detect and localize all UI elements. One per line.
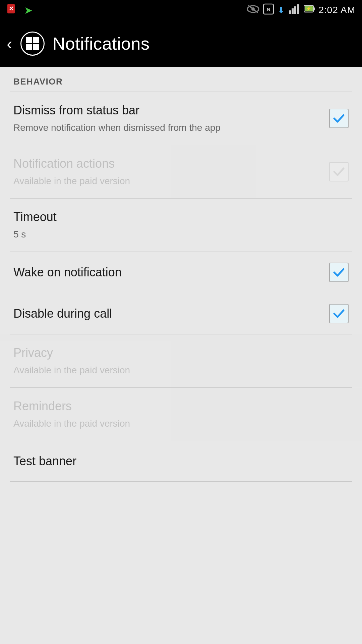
app-icon xyxy=(20,32,45,56)
svg-rect-8 xyxy=(292,8,294,14)
setting-title-notif-actions: Notification actions xyxy=(13,156,319,172)
section-header-behavior: BEHAVIOR xyxy=(0,67,362,92)
setting-subtitle-timeout: 5 s xyxy=(13,228,339,241)
avd-icon: ✕ xyxy=(7,3,20,17)
download-icon: ⬇ xyxy=(278,5,285,15)
setting-title-wake: Wake on notification xyxy=(13,265,319,280)
setting-title-dismiss: Dismiss from status bar xyxy=(13,103,319,118)
status-bar-left-icons: ✕ ➤ xyxy=(7,3,33,17)
setting-reminders: Reminders Available in the paid version xyxy=(0,388,362,441)
checkbox-disable-call[interactable] xyxy=(329,304,349,323)
status-bar-right-icons: N ⬇ ⚡ 2:02 AM xyxy=(247,3,355,17)
setting-text-timeout: Timeout 5 s xyxy=(13,209,349,241)
svg-text:✕: ✕ xyxy=(9,5,14,12)
back-button[interactable]: ‹ xyxy=(7,34,12,53)
svg-rect-16 xyxy=(33,37,39,43)
divider-8 xyxy=(10,481,352,482)
battery-icon: ⚡ xyxy=(304,4,315,17)
svg-rect-17 xyxy=(26,44,32,50)
setting-disable-during-call[interactable]: Disable during call xyxy=(0,293,362,334)
svg-rect-9 xyxy=(294,6,296,14)
setting-text-wake: Wake on notification xyxy=(13,265,329,280)
setting-timeout[interactable]: Timeout 5 s xyxy=(0,199,362,252)
svg-rect-18 xyxy=(33,44,39,50)
status-bar: ✕ ➤ N ⬇ xyxy=(0,0,362,20)
setting-title-privacy: Privacy xyxy=(13,345,339,361)
app-bar: ‹ Notifications xyxy=(0,20,362,67)
setting-title-reminders: Reminders xyxy=(13,398,339,414)
eye-icon xyxy=(247,4,259,16)
setting-subtitle-privacy: Available in the paid version xyxy=(13,364,339,377)
svg-text:⚡: ⚡ xyxy=(306,6,312,11)
svg-rect-10 xyxy=(297,4,299,14)
setting-notification-actions: Notification actions Available in the pa… xyxy=(0,145,362,198)
setting-text-dismiss: Dismiss from status bar Remove notificat… xyxy=(13,103,329,134)
svg-text:N: N xyxy=(267,7,270,12)
green-arrow-icon: ➤ xyxy=(24,4,33,16)
setting-title-disable-call: Disable during call xyxy=(13,306,319,322)
checkbox-notif-actions xyxy=(329,162,349,181)
checkbox-dismiss[interactable] xyxy=(329,109,349,128)
setting-dismiss-from-status-bar[interactable]: Dismiss from status bar Remove notificat… xyxy=(0,92,362,145)
setting-test-banner[interactable]: Test banner xyxy=(0,441,362,481)
setting-text-test-banner: Test banner xyxy=(13,453,349,469)
setting-subtitle-reminders: Available in the paid version xyxy=(13,417,339,430)
setting-subtitle-notif-actions: Available in the paid version xyxy=(13,174,319,187)
status-time: 2:02 AM xyxy=(318,5,355,15)
svg-rect-15 xyxy=(26,37,32,43)
setting-text-privacy: Privacy Available in the paid version xyxy=(13,345,349,377)
setting-text-notif-actions: Notification actions Available in the pa… xyxy=(13,156,329,187)
checkbox-wake[interactable] xyxy=(329,263,349,282)
svg-rect-12 xyxy=(313,7,315,10)
settings-content: BEHAVIOR Dismiss from status bar Remove … xyxy=(0,67,362,482)
signal-icon xyxy=(288,4,300,17)
setting-title-test-banner: Test banner xyxy=(13,453,339,469)
nfc-icon: N xyxy=(263,3,274,17)
setting-wake-on-notification[interactable]: Wake on notification xyxy=(0,252,362,293)
setting-text-reminders: Reminders Available in the paid version xyxy=(13,398,349,430)
page-title: Notifications xyxy=(53,34,150,54)
setting-subtitle-dismiss: Remove notification when dismissed from … xyxy=(13,121,319,134)
svg-rect-7 xyxy=(289,10,291,14)
setting-title-timeout: Timeout xyxy=(13,209,339,225)
setting-privacy: Privacy Available in the paid version xyxy=(0,334,362,387)
setting-text-disable-call: Disable during call xyxy=(13,306,329,322)
